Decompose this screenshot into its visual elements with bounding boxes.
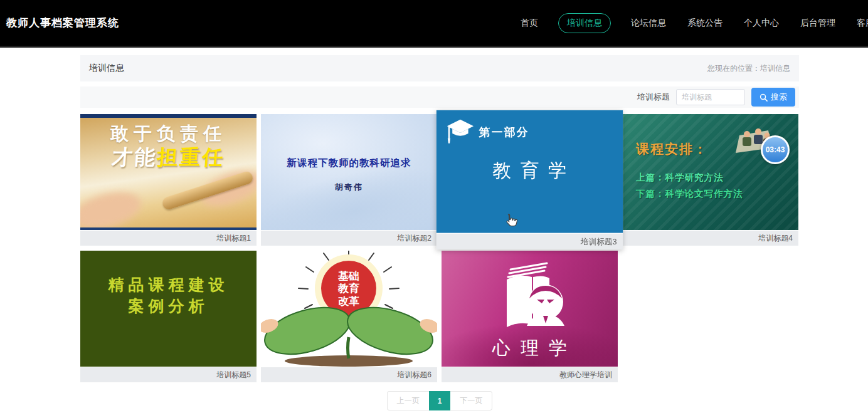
card-footer: 培训标题3 [437,234,623,249]
search-button-label: 搜索 [771,91,787,103]
page-title: 培训信息 [89,63,124,74]
training-card-4[interactable]: 03:43 课程安排： 上篇：科学研究方法 下篇：科学论文写作方法 培训标题4 [622,114,798,246]
card5-line2: 案例分析 [80,296,257,316]
card6-circle-line3: 改革 [338,295,359,307]
breadcrumb-bar: 培训信息 您现在的位置：培训信息 [80,55,799,81]
nav-item-personal-center[interactable]: 个人中心 [743,13,780,33]
psychology-book-icon [489,261,571,333]
training-thumbnail-1: 敢于负责任 才能担重任 [80,114,257,230]
decor-strip [80,114,257,118]
card-caption: 培训标题2 [397,233,431,244]
training-thumbnail-6: 基础 教育 改革 [261,251,437,367]
page-number-1[interactable]: 1 [429,391,451,410]
prev-page-button[interactable]: 上一页 [387,391,429,410]
timer-badge: 03:43 [761,135,790,164]
card-footer: 培训标题6 [261,367,437,382]
card4-line2: 下篇：科学论文写作方法 [636,188,743,200]
training-card-1[interactable]: 敢于负责任 才能担重任 培训标题1 [80,114,257,246]
training-thumbnail-2: 新课程下教师的教科研追求 胡奇伟 [261,114,437,230]
card2-title: 新课程下教师的教科研追求 [261,157,437,170]
training-thumbnail-3: 第一部分 教育学 [437,110,623,233]
search-bar: 培训标题 搜索 [80,86,799,108]
card3-subject: 教育学 [437,158,623,183]
training-card-6[interactable]: 基础 教育 改革 培训标题6 [261,251,437,382]
nav-item-customer-service[interactable]: 客服 [855,13,868,33]
top-navbar: 教师人事档案管理系统 首页 培训信息 论坛信息 系统公告 个人中心 后台管理 客… [0,0,868,48]
timer-value: 03:43 [766,145,785,154]
card3-part-label: 第一部分 [479,125,529,140]
card1-slogan-white: 才能 [111,145,158,169]
training-card-7[interactable]: 心理学 教师心理学培训 [442,251,618,382]
search-button[interactable]: 搜索 [751,88,795,107]
card-caption: 培训标题6 [397,370,431,380]
card7-subject: 心理学 [442,336,618,361]
training-thumbnail-4: 03:43 课程安排： 上篇：科学研究方法 下篇：科学论文写作方法 [622,114,798,230]
hand-illustration [80,186,145,230]
card-footer: 教师心理学培训 [442,367,618,382]
decor-strip [80,227,257,230]
training-card-2[interactable]: 新课程下教师的教科研追求 胡奇伟 培训标题2 [261,114,437,246]
graduation-cap-icon [446,118,475,148]
card5-line1: 精品课程建设 [80,274,257,295]
nav-item-home[interactable]: 首页 [519,13,539,33]
training-card-3[interactable]: 第一部分 教育学 培训标题3 [437,110,623,249]
app-title[interactable]: 教师人事档案管理系统 [6,16,119,30]
card-caption: 培训标题1 [216,233,251,244]
card1-slogan-line2: 才能担重任 [80,144,257,172]
seedling-sun-illustration: 基础 教育 改革 [261,251,437,367]
card1-slogan-yellow: 担重任 [156,145,226,169]
training-thumbnail-7: 心理学 [442,251,618,367]
training-card-5[interactable]: 精品课程建设 案例分析 培训标题5 [80,251,257,382]
main-nav: 首页 培训信息 论坛信息 系统公告 个人中心 后台管理 客服 [519,13,868,33]
card6-circle-line2: 教育 [337,282,359,295]
card-caption: 培训标题3 [581,236,617,247]
nav-item-training-info[interactable]: 培训信息 [558,13,611,33]
card-caption: 培训标题5 [216,370,251,380]
training-thumbnail-5: 精品课程建设 案例分析 [80,251,257,367]
nav-item-forum-info[interactable]: 论坛信息 [630,13,667,33]
card-footer: 培训标题4 [622,231,798,246]
card-footer: 培训标题2 [261,231,437,246]
nav-item-system-notice[interactable]: 系统公告 [686,13,724,33]
breadcrumb: 您现在的位置：培训信息 [707,63,790,74]
card-caption: 培训标题4 [758,233,793,244]
training-card-grid: 敢于负责任 才能担重任 培训标题1 新课程下教师的教科研追求 胡奇伟 培训标题2 [80,114,799,382]
search-icon [760,93,768,102]
card4-line1: 上篇：科学研究方法 [636,172,724,184]
nav-item-admin[interactable]: 后台管理 [799,13,837,33]
card-footer: 培训标题5 [80,367,257,382]
search-input[interactable] [676,89,745,105]
card-caption: 教师心理学培训 [559,370,612,380]
card1-slogan-line1: 敢于负责任 [80,122,257,147]
card2-author: 胡奇伟 [261,182,437,193]
card4-heading: 课程安排： [636,140,708,158]
search-field-label: 培训标题 [637,91,670,103]
card6-circle-line1: 基础 [337,270,359,282]
card-footer: 培训标题1 [80,231,257,246]
next-page-button[interactable]: 下一页 [450,391,492,410]
pagination: 上一页 1 下一页 [80,391,799,410]
